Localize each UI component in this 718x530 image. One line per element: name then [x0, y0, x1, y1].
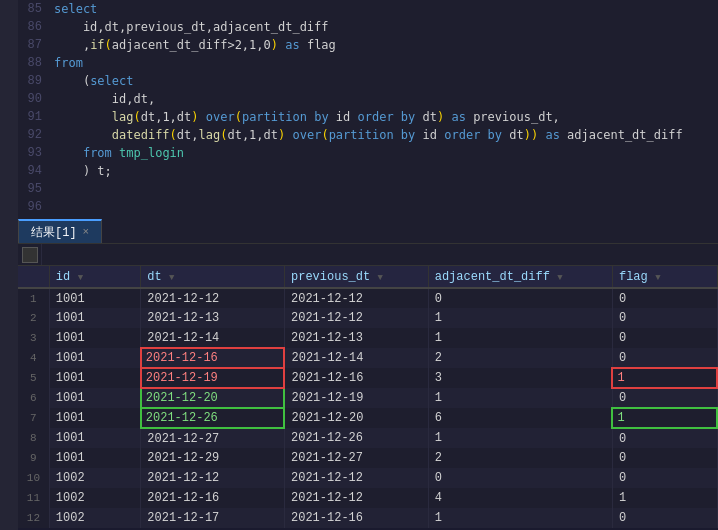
left-sidebar [0, 0, 18, 530]
cell-flag: 0 [612, 508, 717, 528]
cell-id: 1001 [49, 388, 140, 408]
sort-icon-id: ▼ [72, 273, 83, 283]
col-header-flag[interactable]: flag ▼ [612, 266, 717, 288]
col-header-rownum [18, 266, 49, 288]
cell-flag: 0 [612, 388, 717, 408]
sort-icon-flag: ▼ [650, 273, 661, 283]
tab-label-0: 结果[1] [31, 224, 77, 241]
row-num: 7 [18, 408, 49, 428]
tab-bar: 结果[1]× [18, 216, 718, 244]
cell-adjacent-dt-diff: 0 [428, 288, 612, 308]
results-area: id ▼dt ▼previous_dt ▼adjacent_dt_diff ▼f… [18, 244, 718, 530]
cell-id: 1001 [49, 368, 140, 388]
table-row: 210012021-12-132021-12-1210 [18, 308, 717, 328]
cell-dt: 2021-12-26 [141, 408, 285, 428]
row-num: 2 [18, 308, 49, 328]
table-row: 810012021-12-272021-12-2610 [18, 428, 717, 448]
cell-flag: 0 [612, 288, 717, 308]
col-header-id[interactable]: id ▼ [49, 266, 140, 288]
cell-adjacent-dt-diff: 4 [428, 488, 612, 508]
cell-previous-dt: 2021-12-14 [284, 348, 428, 368]
cell-adjacent-dt-diff: 1 [428, 308, 612, 328]
row-num: 4 [18, 348, 49, 368]
cell-id: 1001 [49, 448, 140, 468]
cell-id: 1001 [49, 328, 140, 348]
row-num: 12 [18, 508, 49, 528]
code-editor: 858687888990919293949596 select id,dt,pr… [18, 0, 718, 216]
results-table-container[interactable]: id ▼dt ▼previous_dt ▼adjacent_dt_diff ▼f… [18, 266, 718, 530]
row-num: 9 [18, 448, 49, 468]
cell-adjacent-dt-diff: 0 [428, 468, 612, 488]
table-row: 410012021-12-162021-12-1420 [18, 348, 717, 368]
cell-dt: 2021-12-12 [141, 288, 285, 308]
row-num: 10 [18, 468, 49, 488]
cell-id: 1002 [49, 488, 140, 508]
cell-id: 1001 [49, 288, 140, 308]
code-line-92: datediff(dt,lag(dt,1,dt) over(partition … [54, 126, 718, 144]
cell-adjacent-dt-diff: 1 [428, 388, 612, 408]
table-row: 910012021-12-292021-12-2720 [18, 448, 717, 468]
col-header-previous_dt[interactable]: previous_dt ▼ [284, 266, 428, 288]
sort-icon-adjacent_dt_diff: ▼ [552, 273, 563, 283]
line-numbers: 858687888990919293949596 [18, 0, 50, 216]
cell-dt: 2021-12-20 [141, 388, 285, 408]
code-line-95 [54, 180, 718, 198]
cell-id: 1001 [49, 428, 140, 448]
cell-flag: 1 [612, 368, 717, 388]
code-line-85: select [54, 0, 718, 18]
tab-0[interactable]: 结果[1]× [18, 219, 102, 243]
cell-id: 1001 [49, 348, 140, 368]
row-num: 6 [18, 388, 49, 408]
cell-id: 1002 [49, 468, 140, 488]
cell-id: 1001 [49, 408, 140, 428]
cell-adjacent-dt-diff: 3 [428, 368, 612, 388]
table-row: 610012021-12-202021-12-1910 [18, 388, 717, 408]
cell-previous-dt: 2021-12-12 [284, 288, 428, 308]
cell-flag: 0 [612, 348, 717, 368]
cell-dt: 2021-12-13 [141, 308, 285, 328]
results-table: id ▼dt ▼previous_dt ▼adjacent_dt_diff ▼f… [18, 266, 718, 528]
cell-previous-dt: 2021-12-26 [284, 428, 428, 448]
cell-previous-dt: 2021-12-12 [284, 468, 428, 488]
cell-flag: 0 [612, 308, 717, 328]
cell-flag: 0 [612, 328, 717, 348]
cell-previous-dt: 2021-12-12 [284, 308, 428, 328]
tab-close-0[interactable]: × [83, 226, 90, 238]
code-content[interactable]: select id,dt,previous_dt,adjacent_dt_dif… [50, 0, 718, 216]
row-num: 5 [18, 368, 49, 388]
cell-flag: 0 [612, 448, 717, 468]
code-line-87: ,if(adjacent_dt_diff>2,1,0) as flag [54, 36, 718, 54]
cell-dt: 2021-12-14 [141, 328, 285, 348]
cell-previous-dt: 2021-12-19 [284, 388, 428, 408]
cell-dt: 2021-12-16 [141, 488, 285, 508]
cell-adjacent-dt-diff: 2 [428, 348, 612, 368]
cell-dt: 2021-12-12 [141, 468, 285, 488]
table-row: 710012021-12-262021-12-2061 [18, 408, 717, 428]
cell-flag: 1 [612, 408, 717, 428]
code-line-94: ) t; [54, 162, 718, 180]
cell-previous-dt: 2021-12-12 [284, 488, 428, 508]
col-header-adjacent_dt_diff[interactable]: adjacent_dt_diff ▼ [428, 266, 612, 288]
cell-dt: 2021-12-16 [141, 348, 285, 368]
cell-id: 1001 [49, 308, 140, 328]
app-layout: 858687888990919293949596 select id,dt,pr… [0, 0, 718, 530]
cell-adjacent-dt-diff: 6 [428, 408, 612, 428]
cell-flag: 0 [612, 468, 717, 488]
cell-previous-dt: 2021-12-16 [284, 368, 428, 388]
table-row: 310012021-12-142021-12-1310 [18, 328, 717, 348]
table-row: 510012021-12-192021-12-1631 [18, 368, 717, 388]
cell-adjacent-dt-diff: 2 [428, 448, 612, 468]
cell-dt: 2021-12-19 [141, 368, 285, 388]
table-row: 1010022021-12-122021-12-1200 [18, 468, 717, 488]
code-line-88: from [54, 54, 718, 72]
table-row: 1110022021-12-162021-12-1241 [18, 488, 717, 508]
cell-adjacent-dt-diff: 1 [428, 508, 612, 528]
row-num: 11 [18, 488, 49, 508]
cell-dt: 2021-12-29 [141, 448, 285, 468]
sort-icon-dt: ▼ [164, 273, 175, 283]
code-line-90: id,dt, [54, 90, 718, 108]
cell-adjacent-dt-diff: 1 [428, 328, 612, 348]
sort-icon-previous_dt: ▼ [372, 273, 383, 283]
row-num: 8 [18, 428, 49, 448]
col-header-dt[interactable]: dt ▼ [141, 266, 285, 288]
